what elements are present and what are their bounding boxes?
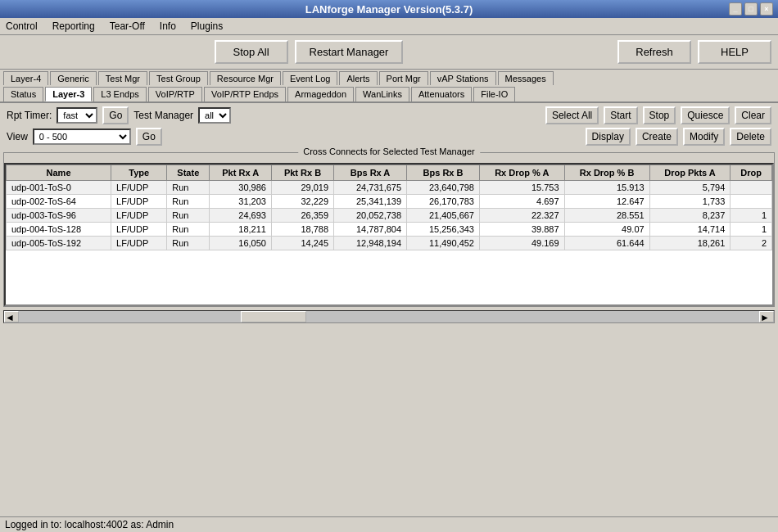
col-type: Type	[111, 165, 167, 181]
menu-info[interactable]: Info	[157, 20, 179, 33]
tab-resource-mgr[interactable]: Resource Mgr	[210, 71, 281, 85]
tab-generic[interactable]: Generic	[50, 71, 97, 85]
table-cell: 61.644	[564, 237, 649, 250]
maximize-button[interactable]: □	[744, 2, 758, 16]
tab-wanlinks[interactable]: WanLinks	[355, 87, 409, 101]
clear-button[interactable]: Clear	[735, 106, 771, 124]
select-all-button[interactable]: Select All	[545, 106, 599, 124]
table-cell: 24,693	[210, 209, 272, 223]
tab-test-group[interactable]: Test Group	[149, 71, 208, 85]
stop-all-button[interactable]: Stop All	[215, 40, 288, 64]
scroll-right-button[interactable]: ►	[759, 311, 774, 322]
stop-button[interactable]: Stop	[643, 106, 676, 124]
tab-l3-endps[interactable]: L3 Endps	[93, 87, 146, 101]
tab-layer4[interactable]: Layer-4	[3, 71, 48, 85]
view-select[interactable]: 0 - 500	[33, 128, 131, 145]
restart-manager-button[interactable]: Restart Manager	[295, 40, 404, 64]
minimize-button[interactable]: _	[729, 2, 742, 16]
create-button[interactable]: Create	[636, 128, 678, 146]
table-cell: Run	[167, 181, 210, 195]
table-cell: udp-004-ToS-128	[7, 223, 111, 237]
scroll-left-button[interactable]: ◄	[4, 311, 19, 322]
cross-connects-table: Name Type State Pkt Rx A Pkt Rx B Bps Rx…	[6, 165, 772, 250]
menu-tear-off[interactable]: Tear-Off	[107, 20, 147, 33]
table-row[interactable]: udp-004-ToS-128LF/UDPRun18,21118,78814,7…	[7, 223, 772, 237]
table-cell: 15.913	[564, 181, 649, 195]
tab-status[interactable]: Status	[3, 87, 43, 101]
tab-event-log[interactable]: Event Log	[283, 71, 338, 85]
window-controls[interactable]: _ □ ×	[729, 2, 773, 16]
table-cell: 14,714	[649, 223, 731, 237]
table-container[interactable]: Name Type State Pkt Rx A Pkt Rx B Bps Rx…	[4, 163, 774, 306]
tab-armageddon[interactable]: Armageddon	[287, 87, 354, 101]
table-cell: LF/UDP	[111, 223, 167, 237]
col-rx-drop-a: Rx Drop % A	[480, 165, 565, 181]
table-cell: Run	[167, 237, 210, 250]
table-cell: LF/UDP	[111, 195, 167, 209]
table-cell: udp-001-ToS-0	[7, 181, 111, 195]
tab-voip-rtp-endps[interactable]: VoIP/RTP Endps	[204, 87, 286, 101]
tab-vap-stations[interactable]: vAP Stations	[430, 71, 496, 85]
title-bar: LANforge Manager Version(5.3.7) _ □ ×	[0, 0, 778, 18]
modify-button[interactable]: Modify	[683, 128, 725, 146]
table-cell: 28.551	[564, 209, 649, 223]
table-cell: 1	[731, 223, 772, 237]
menu-control[interactable]: Control	[3, 20, 40, 33]
start-button[interactable]: Start	[604, 106, 637, 124]
col-name: Name	[7, 165, 111, 181]
table-cell: 31,203	[210, 195, 272, 209]
refresh-button[interactable]: Refresh	[617, 40, 691, 64]
tabs-row2: Status Layer-3 L3 Endps VoIP/RTP VoIP/RT…	[0, 85, 778, 103]
tab-port-mgr[interactable]: Port Mgr	[379, 71, 428, 85]
table-cell: Run	[167, 209, 210, 223]
col-pkt-rx-a: Pkt Rx A	[210, 165, 272, 181]
menu-plugins[interactable]: Plugins	[188, 20, 225, 33]
tab-voip-rtp[interactable]: VoIP/RTP	[148, 87, 202, 101]
tab-test-mgr[interactable]: Test Mgr	[98, 71, 147, 85]
toolbar: Stop All Restart Manager Refresh HELP	[0, 35, 778, 70]
delete-button[interactable]: Delete	[730, 128, 771, 146]
display-button[interactable]: Display	[586, 128, 631, 146]
table-cell: 8,237	[649, 209, 731, 223]
col-drop: Drop	[731, 165, 772, 181]
status-bar: Logged in to: localhost:4002 as: Admin	[0, 516, 778, 532]
table-cell: 14,787,804	[334, 223, 407, 237]
table-cell: Run	[167, 223, 210, 237]
table-row[interactable]: udp-002-ToS-64LF/UDPRun31,20332,22925,34…	[7, 195, 772, 209]
horizontal-scrollbar[interactable]: ◄ ►	[3, 310, 775, 323]
table-cell: 4.697	[480, 195, 565, 209]
table-cell: 25,341,139	[334, 195, 407, 209]
table-cell: Run	[167, 195, 210, 209]
table-row[interactable]: udp-003-ToS-96LF/UDPRun24,69326,35920,05…	[7, 209, 772, 223]
table-cell: 18,261	[649, 237, 731, 250]
rpt-timer-select[interactable]: fast (1 s)	[57, 107, 97, 124]
table-title: Cross Connects for Selected Test Manager	[298, 147, 480, 156]
table-cell: 15,256,343	[407, 223, 480, 237]
scrollbar-track[interactable]	[19, 311, 759, 322]
tab-alerts[interactable]: Alerts	[339, 71, 377, 85]
table-cell: 16,050	[210, 237, 272, 250]
scrollbar-thumb[interactable]	[241, 311, 306, 322]
view-go-button[interactable]: Go	[136, 128, 162, 146]
col-drop-pkts-a: Drop Pkts A	[649, 165, 731, 181]
close-button[interactable]: ×	[760, 2, 773, 16]
tab-messages[interactable]: Messages	[498, 71, 554, 85]
test-manager-select[interactable]: all	[198, 107, 231, 124]
table-group-box: Cross Connects for Selected Test Manager…	[3, 152, 775, 307]
table-row[interactable]: udp-001-ToS-0LF/UDPRun30,98629,01924,731…	[7, 181, 772, 195]
menu-reporting[interactable]: Reporting	[50, 20, 97, 33]
rpt-timer-go-button[interactable]: Go	[102, 106, 129, 124]
table-cell: 14,245	[271, 237, 333, 250]
table-cell: 18,211	[210, 223, 272, 237]
tab-file-io[interactable]: File-IO	[473, 87, 515, 101]
help-button[interactable]: HELP	[698, 40, 771, 64]
table-cell: 22.327	[480, 209, 565, 223]
view-label: View	[7, 131, 28, 142]
quiesce-button[interactable]: Quiesce	[681, 106, 730, 124]
rpt-timer-label: Rpt Timer:	[7, 110, 52, 121]
tab-attenuators[interactable]: Attenuators	[411, 87, 472, 101]
tab-layer3[interactable]: Layer-3	[45, 87, 92, 101]
table-row[interactable]: udp-005-ToS-192LF/UDPRun16,05014,24512,9…	[7, 237, 772, 250]
col-pkt-rx-b: Pkt Rx B	[271, 165, 333, 181]
table-cell: 49.169	[480, 237, 565, 250]
